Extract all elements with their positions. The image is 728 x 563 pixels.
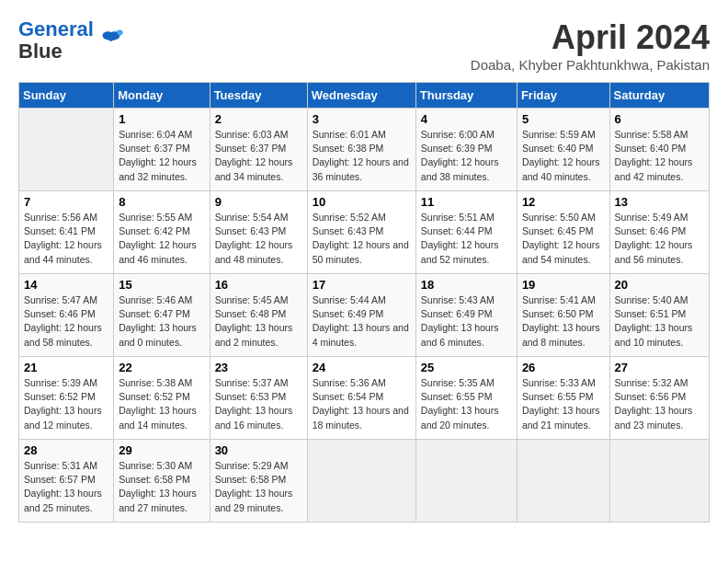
day-info: Sunrise: 5:36 AM Sunset: 6:54 PM Dayligh… xyxy=(313,376,411,432)
calendar-cell xyxy=(517,440,609,523)
day-number: 21 xyxy=(24,361,108,374)
day-info: Sunrise: 5:56 AM Sunset: 6:41 PM Dayligh… xyxy=(24,211,108,267)
logo-text: General Blue xyxy=(18,18,94,63)
calendar-cell: 28 Sunrise: 5:31 AM Sunset: 6:57 PM Dayl… xyxy=(19,440,114,523)
calendar-cell: 12 Sunrise: 5:50 AM Sunset: 6:45 PM Dayl… xyxy=(517,191,609,274)
calendar-cell: 1 Sunrise: 6:04 AM Sunset: 6:37 PM Dayli… xyxy=(114,109,210,191)
day-number: 27 xyxy=(615,361,704,374)
day-info: Sunrise: 5:37 AM Sunset: 6:53 PM Dayligh… xyxy=(215,376,302,432)
day-info: Sunrise: 5:59 AM Sunset: 6:40 PM Dayligh… xyxy=(522,128,605,184)
calendar-cell xyxy=(307,440,415,523)
calendar-week-row: 7 Sunrise: 5:56 AM Sunset: 6:41 PM Dayli… xyxy=(19,191,710,274)
calendar-cell: 23 Sunrise: 5:37 AM Sunset: 6:53 PM Dayl… xyxy=(210,357,307,440)
day-number: 23 xyxy=(215,361,302,374)
weekday-header: Tuesday xyxy=(210,83,307,109)
day-info: Sunrise: 5:31 AM Sunset: 6:57 PM Dayligh… xyxy=(24,459,108,515)
day-info: Sunrise: 5:50 AM Sunset: 6:45 PM Dayligh… xyxy=(522,211,605,267)
calendar-cell: 17 Sunrise: 5:44 AM Sunset: 6:49 PM Dayl… xyxy=(307,274,415,357)
day-info: Sunrise: 5:35 AM Sunset: 6:55 PM Dayligh… xyxy=(421,376,512,432)
day-info: Sunrise: 5:30 AM Sunset: 6:58 PM Dayligh… xyxy=(119,459,204,515)
day-number: 7 xyxy=(24,195,108,209)
month-title: April 2024 xyxy=(471,18,710,57)
day-number: 1 xyxy=(119,112,204,126)
day-number: 14 xyxy=(24,278,108,292)
calendar-cell: 13 Sunrise: 5:49 AM Sunset: 6:46 PM Dayl… xyxy=(609,191,709,274)
day-info: Sunrise: 5:44 AM Sunset: 6:49 PM Dayligh… xyxy=(313,293,411,350)
calendar-cell: 21 Sunrise: 5:39 AM Sunset: 6:52 PM Dayl… xyxy=(19,357,114,440)
day-info: Sunrise: 5:38 AM Sunset: 6:52 PM Dayligh… xyxy=(119,376,204,432)
day-info: Sunrise: 5:32 AM Sunset: 6:56 PM Dayligh… xyxy=(615,376,704,432)
calendar-cell: 19 Sunrise: 5:41 AM Sunset: 6:50 PM Dayl… xyxy=(517,274,609,357)
day-number: 9 xyxy=(215,195,302,209)
day-info: Sunrise: 5:41 AM Sunset: 6:50 PM Dayligh… xyxy=(522,293,605,350)
day-info: Sunrise: 5:39 AM Sunset: 6:52 PM Dayligh… xyxy=(24,376,108,432)
day-info: Sunrise: 5:58 AM Sunset: 6:40 PM Dayligh… xyxy=(615,128,704,184)
day-info: Sunrise: 5:29 AM Sunset: 6:58 PM Dayligh… xyxy=(215,459,302,515)
calendar-cell: 10 Sunrise: 5:52 AM Sunset: 6:43 PM Dayl… xyxy=(307,191,415,274)
calendar-cell: 25 Sunrise: 5:35 AM Sunset: 6:55 PM Dayl… xyxy=(415,357,517,440)
day-number: 24 xyxy=(313,361,411,374)
page-header: General Blue April 2024 Doaba, Khyber Pa… xyxy=(18,18,710,73)
weekday-header: Thursday xyxy=(415,83,517,109)
weekday-header-row: SundayMondayTuesdayWednesdayThursdayFrid… xyxy=(19,83,710,109)
weekday-header: Sunday xyxy=(19,83,114,109)
day-info: Sunrise: 5:52 AM Sunset: 6:43 PM Dayligh… xyxy=(313,211,411,267)
day-number: 17 xyxy=(313,278,411,292)
day-number: 28 xyxy=(24,443,108,457)
calendar-cell: 20 Sunrise: 5:40 AM Sunset: 6:51 PM Dayl… xyxy=(609,274,709,357)
calendar-cell: 27 Sunrise: 5:32 AM Sunset: 6:56 PM Dayl… xyxy=(609,357,709,440)
day-number: 30 xyxy=(215,443,302,457)
calendar-cell xyxy=(19,109,114,191)
day-info: Sunrise: 6:00 AM Sunset: 6:39 PM Dayligh… xyxy=(421,128,512,184)
day-number: 18 xyxy=(421,278,512,292)
calendar-cell: 16 Sunrise: 5:45 AM Sunset: 6:48 PM Dayl… xyxy=(210,274,307,357)
day-info: Sunrise: 6:01 AM Sunset: 6:38 PM Dayligh… xyxy=(313,128,411,184)
day-info: Sunrise: 5:46 AM Sunset: 6:47 PM Dayligh… xyxy=(119,293,204,350)
calendar-cell: 5 Sunrise: 5:59 AM Sunset: 6:40 PM Dayli… xyxy=(517,109,609,191)
day-info: Sunrise: 5:33 AM Sunset: 6:55 PM Dayligh… xyxy=(522,376,605,432)
calendar-week-row: 21 Sunrise: 5:39 AM Sunset: 6:52 PM Dayl… xyxy=(19,357,710,440)
day-info: Sunrise: 5:40 AM Sunset: 6:51 PM Dayligh… xyxy=(615,293,704,350)
calendar-cell: 22 Sunrise: 5:38 AM Sunset: 6:52 PM Dayl… xyxy=(114,357,210,440)
day-number: 6 xyxy=(615,112,704,126)
day-info: Sunrise: 6:04 AM Sunset: 6:37 PM Dayligh… xyxy=(119,128,204,184)
calendar-cell: 18 Sunrise: 5:43 AM Sunset: 6:49 PM Dayl… xyxy=(415,274,517,357)
calendar-cell: 30 Sunrise: 5:29 AM Sunset: 6:58 PM Dayl… xyxy=(210,440,307,523)
day-number: 8 xyxy=(119,195,204,209)
day-number: 10 xyxy=(313,195,411,209)
weekday-header: Monday xyxy=(114,83,210,109)
weekday-header: Wednesday xyxy=(307,83,415,109)
day-number: 15 xyxy=(119,278,204,292)
day-number: 12 xyxy=(522,195,605,209)
day-info: Sunrise: 6:03 AM Sunset: 6:37 PM Dayligh… xyxy=(215,128,302,184)
weekday-header: Friday xyxy=(517,83,609,109)
calendar-cell xyxy=(415,440,517,523)
location-subtitle: Doaba, Khyber Pakhtunkhwa, Pakistan xyxy=(471,57,710,73)
calendar-cell: 26 Sunrise: 5:33 AM Sunset: 6:55 PM Dayl… xyxy=(517,357,609,440)
day-info: Sunrise: 5:51 AM Sunset: 6:44 PM Dayligh… xyxy=(421,211,512,267)
calendar-cell: 11 Sunrise: 5:51 AM Sunset: 6:44 PM Dayl… xyxy=(415,191,517,274)
day-number: 4 xyxy=(421,112,512,126)
day-info: Sunrise: 5:54 AM Sunset: 6:43 PM Dayligh… xyxy=(215,211,302,267)
calendar-cell: 4 Sunrise: 6:00 AM Sunset: 6:39 PM Dayli… xyxy=(415,109,517,191)
logo-bird-icon xyxy=(97,27,125,54)
calendar-week-row: 28 Sunrise: 5:31 AM Sunset: 6:57 PM Dayl… xyxy=(19,440,710,523)
day-number: 16 xyxy=(215,278,302,292)
calendar-cell: 9 Sunrise: 5:54 AM Sunset: 6:43 PM Dayli… xyxy=(210,191,307,274)
day-number: 20 xyxy=(615,278,704,292)
calendar-cell: 14 Sunrise: 5:47 AM Sunset: 6:46 PM Dayl… xyxy=(19,274,114,357)
logo: General Blue xyxy=(18,18,125,63)
day-number: 13 xyxy=(615,195,704,209)
day-info: Sunrise: 5:43 AM Sunset: 6:49 PM Dayligh… xyxy=(421,293,512,350)
day-number: 22 xyxy=(119,361,204,374)
day-number: 11 xyxy=(421,195,512,209)
day-number: 19 xyxy=(522,278,605,292)
day-number: 3 xyxy=(313,112,411,126)
day-info: Sunrise: 5:49 AM Sunset: 6:46 PM Dayligh… xyxy=(615,211,704,267)
calendar-cell: 6 Sunrise: 5:58 AM Sunset: 6:40 PM Dayli… xyxy=(609,109,709,191)
calendar-cell: 8 Sunrise: 5:55 AM Sunset: 6:42 PM Dayli… xyxy=(114,191,210,274)
day-info: Sunrise: 5:55 AM Sunset: 6:42 PM Dayligh… xyxy=(119,211,204,267)
calendar-cell: 2 Sunrise: 6:03 AM Sunset: 6:37 PM Dayli… xyxy=(210,109,307,191)
title-block: April 2024 Doaba, Khyber Pakhtunkhwa, Pa… xyxy=(471,18,710,73)
calendar-cell: 29 Sunrise: 5:30 AM Sunset: 6:58 PM Dayl… xyxy=(114,440,210,523)
